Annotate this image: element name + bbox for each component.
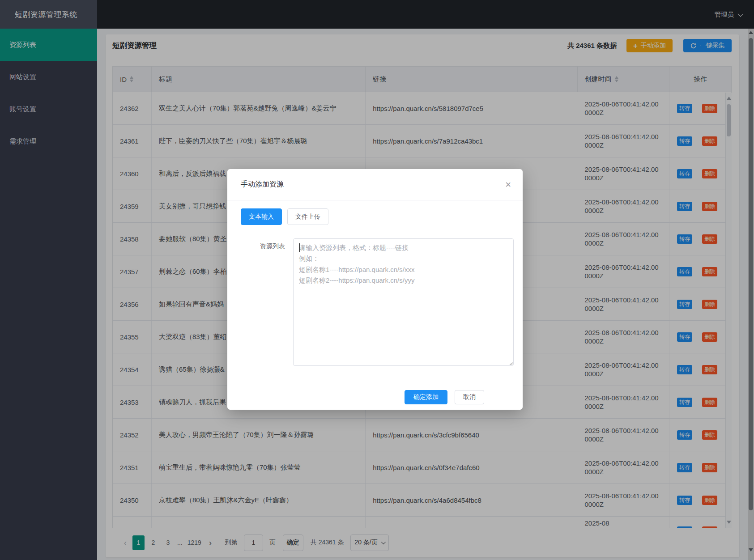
resource-list-label: 资源列表 <box>227 242 285 250</box>
modal-footer: 确定添加 取消 <box>227 390 523 404</box>
modal-title: 手动添加资源 <box>241 180 284 189</box>
modal-tab[interactable]: 文件上传 <box>287 208 328 225</box>
manual-add-modal: 手动添加资源 × 文本输入文件上传 资源列表 确定添加 取消 <box>227 169 523 410</box>
resource-textarea-wrap <box>293 238 514 366</box>
modal-header: 手动添加资源 × <box>227 169 523 200</box>
confirm-add-button[interactable]: 确定添加 <box>405 390 447 404</box>
resource-list-textarea[interactable] <box>293 238 514 366</box>
cancel-button[interactable]: 取消 <box>455 390 484 404</box>
text-cursor <box>299 243 300 252</box>
close-icon[interactable]: × <box>505 180 511 190</box>
modal-tab[interactable]: 文本输入 <box>241 208 282 225</box>
modal-tabs: 文本输入文件上传 <box>241 208 328 225</box>
